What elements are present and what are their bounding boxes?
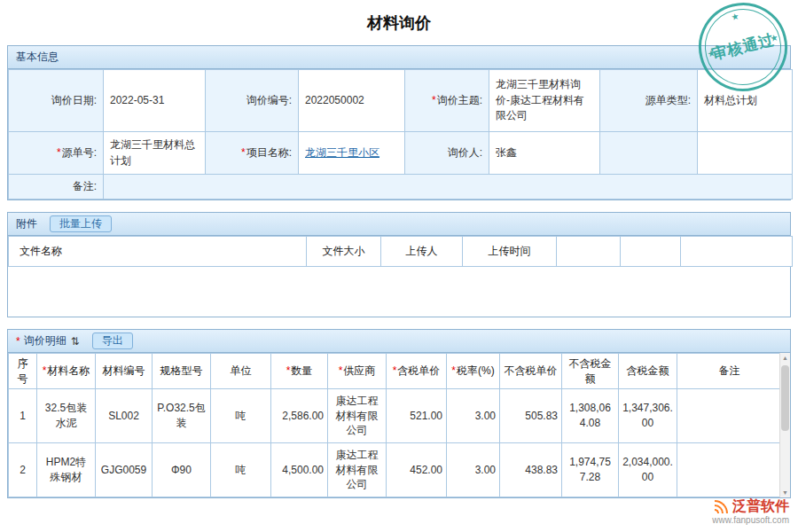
attachments-table: 文件名称 文件大小 上传人 上传时间 xyxy=(8,236,793,267)
scroll-down-icon[interactable]: ▼ xyxy=(780,489,790,496)
label-text: 询价日期: xyxy=(51,94,97,106)
title-text: 询价明细 xyxy=(24,333,66,348)
brand-website: www.fanpusoft.com xyxy=(712,515,789,525)
empty-value-cell xyxy=(698,132,793,175)
cell-spec: Φ90 xyxy=(153,443,211,497)
project-name-value: 龙湖三千里小区 xyxy=(299,132,405,175)
remark-value xyxy=(104,175,793,200)
attachments-title: 附件 xyxy=(16,216,37,231)
cell-seq: 1 xyxy=(9,389,37,443)
header-text: 含税金额 xyxy=(627,364,669,377)
cell-seq: 2 xyxy=(9,443,37,497)
value-text: 龙湖三千里材料总计划 xyxy=(110,138,195,166)
detail-header-row: 序号 *材料名称 材料编号 规格型号 单位 *数量 *供应商 *含税单价 *税率… xyxy=(9,354,782,389)
label-text: 源单类型: xyxy=(645,94,691,106)
source-no-label: *源单号: xyxy=(9,132,104,175)
inquiry-detail-title: *询价明细⇅ xyxy=(16,333,80,348)
label-text: 询价主题: xyxy=(437,94,482,106)
required-marker: * xyxy=(43,364,47,377)
header-text: 不含税单价 xyxy=(505,364,558,377)
column-header-material-name: *材料名称 xyxy=(37,354,96,389)
column-header-tax-price: *含税单价 xyxy=(387,354,447,389)
cell-spec: P.O32.5包装 xyxy=(153,389,211,443)
scroll-up-icon[interactable]: ▲ xyxy=(780,355,790,361)
scrollbar-thumb[interactable] xyxy=(781,365,789,431)
column-header-seq: 序号 xyxy=(9,354,37,389)
basic-info-header: 基本信息 xyxy=(8,46,790,69)
source-type-label: 源单类型: xyxy=(600,70,698,132)
cell-no-tax-amount: 1,308,064.08 xyxy=(562,389,619,443)
inquiry-no-value: 2022050002 xyxy=(299,70,405,132)
label-text: 源单号: xyxy=(62,146,97,159)
column-header-no-tax-amount: 不含税金额 xyxy=(562,354,619,389)
empty-label-cell xyxy=(600,132,698,175)
cell-material-no: GJG0059 xyxy=(96,443,153,497)
label-text: 备注: xyxy=(73,180,97,192)
inquiry-detail-table-wrap: 序号 *材料名称 材料编号 规格型号 单位 *数量 *供应商 *含税单价 *税率… xyxy=(8,353,790,497)
cell-tax-amount: 2,034,000.00 xyxy=(619,443,677,497)
inquirer-value: 张鑫 xyxy=(489,132,600,175)
value-text: 张鑫 xyxy=(496,146,517,159)
inquiry-detail-panel: *询价明细⇅ 导出 序号 *材料名称 材料编号 规格型号 单位 *数量 *供应商… xyxy=(7,329,791,498)
basic-info-panel: 基本信息 询价日期: 2022-05-31 询价编号: 2022050002 *… xyxy=(7,45,791,200)
required-marker: * xyxy=(432,94,436,106)
cell-tax-rate: 3.00 xyxy=(447,389,500,443)
required-marker: * xyxy=(393,364,397,377)
header-text: 材料名称 xyxy=(47,364,90,377)
basic-info-title: 基本信息 xyxy=(16,50,59,65)
brand-name: 泛普软件 xyxy=(732,499,789,513)
required-marker: * xyxy=(241,146,246,159)
cell-tax-price: 521.00 xyxy=(387,389,447,443)
value-text: 材料总计划 xyxy=(704,94,757,106)
vertical-scrollbar[interactable]: ▲ ▼ xyxy=(779,353,790,497)
inquiry-no-label: 询价编号: xyxy=(206,70,299,132)
column-header-unit: 单位 xyxy=(211,354,271,389)
subject-value: 龙湖三千里材料询价-康达工程材料有限公司 xyxy=(489,70,600,132)
header-text: 不含税金额 xyxy=(569,357,612,385)
export-button[interactable]: 导出 xyxy=(92,332,133,349)
column-header-tax-rate: *税率(%) xyxy=(447,354,500,389)
remark-label: 备注: xyxy=(9,175,104,200)
project-name-link[interactable]: 龙湖三千里小区 xyxy=(305,146,379,159)
cell-quantity: 2,586.00 xyxy=(271,389,328,443)
cell-tax-amount: 1,347,306.00 xyxy=(619,389,677,443)
page-title: 材料询价 xyxy=(0,0,798,45)
table-row: 2 HPM2特殊钢材 GJG0059 Φ90 吨 4,500.00 康达工程材料… xyxy=(9,443,782,497)
header-text: 序号 xyxy=(18,357,28,385)
table-row: 1 32.5包装水泥 SL002 P.O32.5包装 吨 2,586.00 康达… xyxy=(9,389,782,443)
value-text: 2022-05-31 xyxy=(110,94,164,106)
cell-material-no: SL002 xyxy=(96,389,153,443)
inquiry-date-value: 2022-05-31 xyxy=(104,70,206,132)
cell-supplier: 康达工程材料有限公司 xyxy=(328,443,387,497)
cell-no-tax-price: 438.83 xyxy=(500,443,562,497)
required-marker: * xyxy=(286,364,291,377)
basic-info-form: 询价日期: 2022-05-31 询价编号: 2022050002 *询价主题:… xyxy=(8,69,793,200)
required-marker: * xyxy=(16,335,20,348)
column-header-empty xyxy=(681,237,793,267)
source-no-value: 龙湖三千里材料总计划 xyxy=(104,132,206,175)
attachments-header: 附件 批量上传 xyxy=(8,213,790,236)
column-header-tax-amount: 含税金额 xyxy=(619,354,677,389)
column-header-no-tax-price: 不含税单价 xyxy=(500,354,562,389)
cell-remark xyxy=(677,389,782,443)
project-name-label: *项目名称: xyxy=(206,132,299,175)
sort-icon[interactable]: ⇅ xyxy=(71,335,80,348)
cell-unit: 吨 xyxy=(211,389,271,443)
cell-quantity: 4,500.00 xyxy=(271,443,328,497)
column-header-upload-time: 上传时间 xyxy=(463,237,557,267)
inquiry-detail-header: *询价明细⇅ 导出 xyxy=(8,330,790,353)
column-header-uploader: 上传人 xyxy=(381,237,463,267)
column-header-supplier: *供应商 xyxy=(328,354,387,389)
inquiry-detail-table: 序号 *材料名称 材料编号 规格型号 单位 *数量 *供应商 *含税单价 *税率… xyxy=(8,353,782,497)
header-text: 单位 xyxy=(231,364,252,377)
cell-tax-rate: 3.00 xyxy=(447,443,500,497)
column-header-material-no: 材料编号 xyxy=(96,354,153,389)
column-header-file-name: 文件名称 xyxy=(9,237,307,267)
cell-material-name: HPM2特殊钢材 xyxy=(37,443,96,497)
batch-upload-button[interactable]: 批量上传 xyxy=(50,215,112,232)
value-text: 2022050002 xyxy=(305,94,364,106)
subject-label: *询价主题: xyxy=(405,70,489,132)
header-text: 供应商 xyxy=(343,364,375,377)
header-text: 税率(%) xyxy=(457,364,495,377)
required-marker: * xyxy=(339,364,343,377)
